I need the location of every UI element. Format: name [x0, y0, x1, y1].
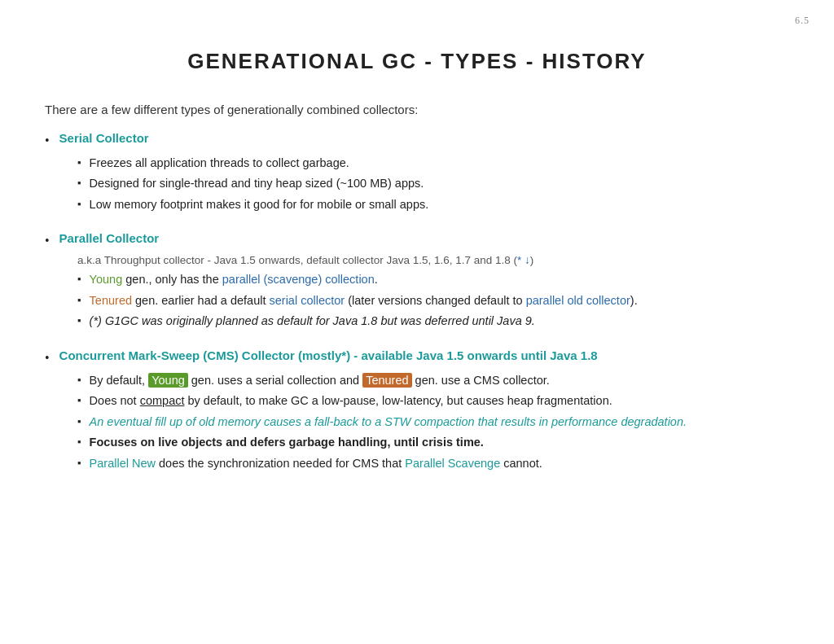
parallel-sub-bullet-2: ▪ — [77, 291, 81, 309]
sub-bullet-1: ▪ — [77, 154, 81, 172]
cms-collector-title: Concurrent Mark-Sweep (CMS) Collector (m… — [59, 348, 598, 362]
slide-title: GENERATIONAL GC - TYPES - HISTORY — [45, 49, 789, 74]
parallel-aka-text: a.k.a Throughput collector - Java 1.5 on… — [77, 254, 789, 266]
cms-sub-item-5: ▪ Parallel New does the synchronization … — [77, 454, 789, 472]
intro-text: There are a few different types of gener… — [45, 103, 789, 116]
cms-sub-item-2: ▪ Does not compact by default, to make G… — [77, 392, 789, 410]
cms-sub-bullet-5: ▪ — [77, 454, 81, 472]
cms-sub-text-4: Focuses on live objects and defers garba… — [90, 433, 484, 451]
young-label-1: Young — [90, 273, 123, 286]
cms-sub-text-2: Does not compact by default, to make GC … — [90, 392, 612, 410]
parallel-sub-item-3: ▪ (*) G1GC was originally planned as def… — [77, 312, 789, 330]
cms-sub-text-3: An eventual fill up of old memory causes… — [90, 413, 687, 431]
parallel-sub-bullet-1: ▪ — [77, 270, 81, 288]
parallel-sub-text-2: Tenured gen. earlier had a default seria… — [90, 291, 638, 309]
bullet-dot-parallel: • — [45, 231, 50, 251]
bullet-dot-cms: • — [45, 348, 50, 368]
cms-sub-bullet-2: ▪ — [77, 392, 81, 410]
parallel-sub-list: ▪ Young gen., only has the parallel (sca… — [77, 270, 789, 330]
sub-bullet-2: ▪ — [77, 174, 81, 192]
parallel-scavenge-label: Parallel Scavenge — [405, 457, 500, 470]
young-highlight: Young — [148, 373, 188, 388]
parallel-sub-item-2: ▪ Tenured gen. earlier had a default ser… — [77, 291, 789, 309]
cms-sub-item-3: ▪ An eventual fill up of old memory caus… — [77, 413, 789, 431]
section-parallel: • Parallel Collector a.k.a Throughput co… — [45, 231, 789, 330]
page-number: 6.5 — [795, 15, 810, 27]
compact-underline: compact — [140, 394, 185, 407]
cms-sub-item-1: ▪ By default, Young gen. uses a serial c… — [77, 371, 789, 389]
cms-sub-text-5: Parallel New does the synchronization ne… — [90, 454, 542, 472]
serial-collector-title: Serial Collector — [59, 131, 149, 145]
parallel-new-label: Parallel New — [90, 457, 156, 470]
serial-sub-item-3: ▪ Low memory footprint makes it good for… — [77, 195, 789, 213]
serial-collector-link: serial collector — [270, 294, 345, 307]
parallel-old-link: parallel old collector — [526, 294, 630, 307]
serial-sub-text-2: Designed for single-thread and tiny heap… — [90, 174, 424, 192]
cms-sub-item-4: ▪ Focuses on live objects and defers gar… — [77, 433, 789, 451]
section-cms: • Concurrent Mark-Sweep (CMS) Collector … — [45, 348, 789, 472]
tenured-highlight: Tenured — [362, 373, 411, 388]
serial-sub-item-1: ▪ Freezes all application threads to col… — [77, 154, 789, 172]
serial-sub-list: ▪ Freezes all application threads to col… — [77, 154, 789, 213]
parallel-sub-text-1: Young gen., only has the parallel (scave… — [90, 270, 378, 288]
bullet-dot-serial: • — [45, 131, 50, 151]
parallel-sub-item-1: ▪ Young gen., only has the parallel (sca… — [77, 270, 789, 288]
cms-sub-bullet-1: ▪ — [77, 371, 81, 389]
cms-sub-text-1: By default, Young gen. uses a serial col… — [90, 371, 550, 389]
parallel-collector-title: Parallel Collector — [59, 231, 160, 245]
serial-sub-text-1: Freezes all application threads to colle… — [90, 154, 349, 172]
parallel-sub-bullet-3: ▪ — [77, 312, 81, 330]
cms-sub-list: ▪ By default, Young gen. uses a serial c… — [77, 371, 789, 472]
cms-sub-bullet-3: ▪ — [77, 413, 81, 431]
serial-sub-text-3: Low memory footprint makes it good for f… — [90, 195, 429, 213]
tenured-label-1: Tenured — [90, 294, 132, 307]
cms-sub-bullet-4: ▪ — [77, 433, 81, 451]
sub-bullet-3: ▪ — [77, 195, 81, 213]
section-serial: • Serial Collector ▪ Freezes all applica… — [45, 131, 789, 213]
parallel-scavenge-link: parallel (scavenge) collection — [222, 273, 375, 286]
parallel-sub-text-3: (*) G1GC was originally planned as defau… — [90, 312, 535, 330]
serial-sub-item-2: ▪ Designed for single-thread and tiny he… — [77, 174, 789, 192]
